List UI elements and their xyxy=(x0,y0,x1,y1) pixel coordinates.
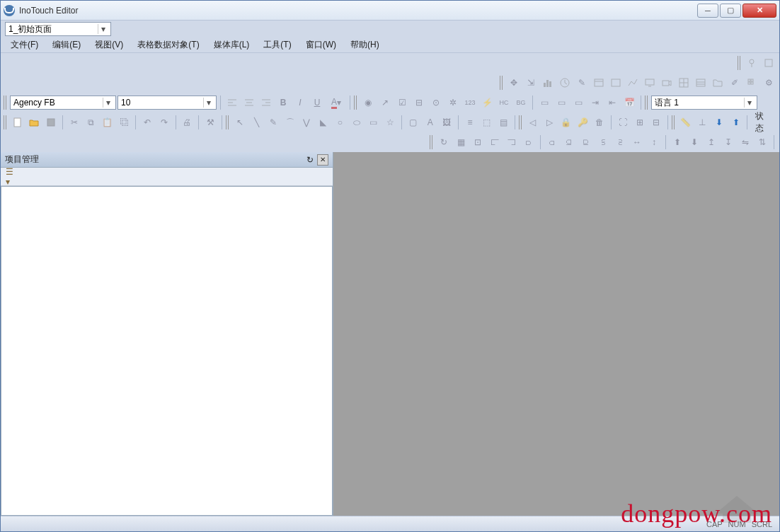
font-name-combo[interactable]: Agency FB ▾ xyxy=(10,96,116,110)
chevron-down-icon[interactable]: ▾ xyxy=(103,98,113,108)
chevron-down-icon[interactable]: ▾ xyxy=(203,98,213,108)
page-selector[interactable]: 1_初始页面 ▾ xyxy=(5,22,111,36)
tree-menu-icon[interactable]: ☰ ▾ xyxy=(5,169,21,185)
chart-icon xyxy=(540,75,556,91)
grip-icon xyxy=(430,135,433,149)
menu-edit[interactable]: 编辑(E) xyxy=(47,37,86,52)
language-combo[interactable]: 语言 1 ▾ xyxy=(651,96,757,110)
page-selector-row: 1_初始页面 ▾ xyxy=(1,21,779,37)
maximize-button[interactable]: ▢ xyxy=(720,4,741,18)
align-left-icon xyxy=(224,95,240,110)
pen-icon: ✐ xyxy=(727,75,742,91)
page3-icon: ▭ xyxy=(570,95,586,110)
app-icon xyxy=(4,5,15,16)
menu-window[interactable]: 窗口(W) xyxy=(300,37,342,52)
separator xyxy=(747,115,747,129)
svg-rect-3 xyxy=(546,80,549,87)
pointer2-icon: ↗ xyxy=(377,95,393,110)
svg-rect-1 xyxy=(765,59,772,66)
svg-rect-31 xyxy=(14,118,21,127)
chevron-down-icon[interactable]: ▾ xyxy=(744,98,754,108)
ungroup-icon: ⊟ xyxy=(648,115,664,130)
grid2-icon: ▦ xyxy=(453,134,469,150)
delete-icon: 🗑 xyxy=(592,115,607,130)
download-icon[interactable]: ⬇ xyxy=(711,115,727,130)
image-icon: 🖼 xyxy=(439,115,454,130)
separator xyxy=(667,115,668,129)
text-icon: A xyxy=(423,115,438,130)
layers-icon: ⬚ xyxy=(479,115,495,130)
svg-rect-21 xyxy=(751,82,753,84)
separator xyxy=(540,135,541,149)
circle-icon: ○ xyxy=(333,115,348,130)
grip-icon xyxy=(672,115,675,129)
new-icon[interactable] xyxy=(10,115,25,130)
font-name-value: Agency FB xyxy=(13,98,55,108)
font-size-combo[interactable]: 10 ▾ xyxy=(117,96,217,110)
menu-help[interactable]: 帮助(H) xyxy=(345,37,385,52)
separator xyxy=(401,115,402,129)
canvas-area[interactable] xyxy=(333,152,779,531)
font-size-value: 10 xyxy=(121,98,130,108)
separator xyxy=(641,96,641,110)
checkbox-icon: ☑ xyxy=(394,95,410,110)
polyline-icon: ⋁ xyxy=(299,115,314,130)
italic-icon: I xyxy=(292,95,308,110)
pencil-icon: ✎ xyxy=(265,115,281,130)
align-l-icon: ⫍ xyxy=(487,134,503,150)
project-tree[interactable] xyxy=(1,186,333,516)
lock-icon: 🔒 xyxy=(558,115,574,130)
grip-icon xyxy=(4,115,7,129)
bwd-icon: ↧ xyxy=(721,134,736,150)
line-icon: ╲ xyxy=(248,115,264,130)
chevron-down-icon[interactable]: ▾ xyxy=(98,24,108,34)
separator xyxy=(458,115,459,129)
menu-file[interactable]: 文件(F) xyxy=(5,37,44,52)
select-all-icon: ⛶ xyxy=(615,115,631,130)
svg-rect-8 xyxy=(612,79,620,86)
ellipse-icon: ⬭ xyxy=(349,115,365,130)
language-value: 语言 1 xyxy=(655,97,679,109)
window2-icon xyxy=(608,75,624,91)
svg-rect-9 xyxy=(646,79,654,85)
upload-icon[interactable]: ⬆ xyxy=(728,115,744,130)
grip-icon xyxy=(500,76,503,90)
folder-icon xyxy=(710,75,725,91)
open-icon[interactable] xyxy=(27,115,42,130)
grip-icon xyxy=(738,56,741,70)
snap-icon: ⊡ xyxy=(470,134,486,150)
connector-icon: ⇲ xyxy=(523,75,539,91)
refresh-icon[interactable]: ↻ xyxy=(304,154,316,166)
status-button[interactable]: 状态 xyxy=(751,115,776,130)
toolbar-row-3: Agency FB ▾ 10 ▾ B I U A ▾ ◉ ↗ ☑ ⊟ ⊙ ✲ 1… xyxy=(1,93,779,112)
menu-table[interactable]: 表格数据对象(T) xyxy=(132,37,205,52)
align-t-icon: ⫏ xyxy=(544,134,560,150)
cut-icon: ✂ xyxy=(67,115,82,130)
numeric-icon: 123 xyxy=(462,95,478,110)
slider-icon: ⊟ xyxy=(411,95,427,110)
align-m-icon: ⫑ xyxy=(561,134,577,150)
menu-view[interactable]: 视图(V) xyxy=(89,37,129,52)
minimize-button[interactable]: ─ xyxy=(697,4,718,18)
hc-icon: HC xyxy=(496,95,512,110)
star-icon: ☆ xyxy=(383,115,398,130)
menu-media[interactable]: 媒体库(L) xyxy=(208,37,256,52)
grip-icon xyxy=(519,115,522,129)
same-h-icon: ↕ xyxy=(646,134,662,150)
camera-icon xyxy=(659,75,675,91)
switch-icon: ⊙ xyxy=(428,95,444,110)
panel-toolbar: ☰ ▾ xyxy=(1,168,333,186)
close-panel-icon[interactable]: ✕ xyxy=(317,154,328,166)
menu-tools[interactable]: 工具(T) xyxy=(258,37,297,52)
svg-rect-6 xyxy=(595,79,603,86)
grip-icon xyxy=(354,96,357,110)
window-icon xyxy=(591,75,607,91)
svg-rect-19 xyxy=(751,79,753,81)
project-panel: 项目管理 ↻ ✕ ☰ ▾ 项目管理 页面浏览 属性 xyxy=(1,152,333,531)
props-icon: ▤ xyxy=(495,115,511,130)
close-button[interactable]: ✕ xyxy=(742,4,776,18)
page-selector-value: 1_初始页面 xyxy=(8,23,52,35)
align-r-icon: ⫐ xyxy=(521,134,537,150)
move-icon: ✥ xyxy=(506,75,522,91)
redo-icon: ↷ xyxy=(156,115,172,130)
